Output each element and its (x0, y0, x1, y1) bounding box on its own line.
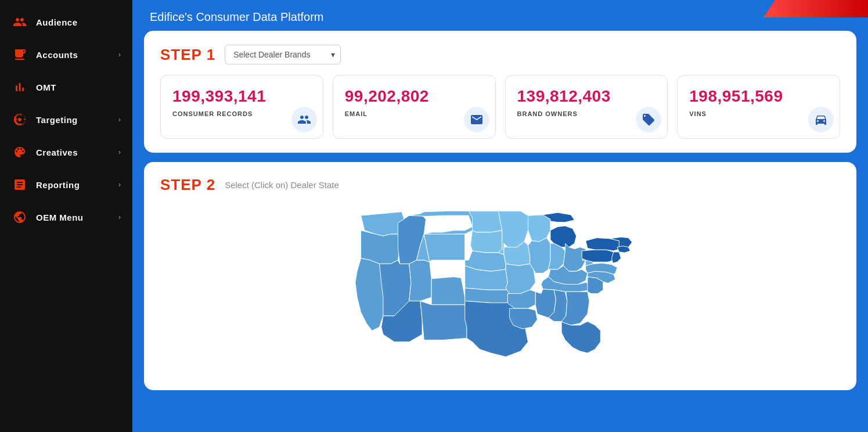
sidebar-item-audience[interactable]: Audience (0, 6, 132, 38)
sidebar-item-creatives[interactable]: Creatives › (0, 136, 132, 168)
state-nd[interactable] (469, 211, 502, 232)
reporting-arrow-icon: › (118, 181, 121, 189)
page-title: Edifice's Consumer Data Platform (150, 10, 323, 24)
state-wy[interactable] (424, 234, 464, 262)
brand-owners-icon (636, 107, 661, 132)
state-co[interactable] (431, 277, 465, 305)
top-decoration (763, 0, 868, 17)
state-mo[interactable] (506, 264, 535, 293)
brand-owners-card: 139,812,403 BRAND OWNERS (505, 75, 668, 139)
us-map-container[interactable] (160, 204, 840, 390)
step1-header: STEP 1 Select Dealer Brands ▾ (160, 45, 840, 64)
sidebar-item-targeting[interactable]: Targeting › (0, 103, 132, 136)
accounts-icon (12, 46, 28, 63)
vins-number: 198,951,569 (689, 87, 828, 106)
step2-label: STEP 2 (160, 176, 215, 194)
creatives-icon (12, 144, 28, 160)
oem-arrow-icon: › (118, 213, 121, 221)
state-wi[interactable] (528, 215, 550, 242)
creatives-arrow-icon: › (118, 148, 121, 156)
sidebar-item-omt-label: OMT (36, 82, 121, 92)
state-ut[interactable] (409, 260, 431, 301)
step2-card: STEP 2 Select (Click on) Dealer State (144, 162, 856, 390)
person-group-icon (12, 14, 28, 30)
email-icon (464, 107, 489, 132)
sidebar-item-accounts[interactable]: Accounts › (0, 38, 132, 71)
sidebar-item-accounts-label: Accounts (36, 50, 118, 60)
sidebar-item-audience-label: Audience (36, 17, 121, 27)
sidebar-item-reporting-label: Reporting (36, 180, 118, 190)
state-pa[interactable] (582, 250, 613, 262)
email-label: EMAIL (345, 110, 484, 117)
accounts-arrow-icon: › (118, 51, 121, 59)
oem-globe-icon (12, 209, 28, 225)
consumer-records-icon (291, 107, 317, 132)
step2-header: STEP 2 Select (Click on) Dealer State (160, 176, 840, 194)
state-or[interactable] (361, 231, 400, 264)
sidebar-item-targeting-label: Targeting (36, 115, 118, 125)
state-nj-area[interactable] (612, 252, 621, 263)
omt-icon (12, 79, 28, 95)
state-nm[interactable] (420, 301, 467, 340)
email-number: 99,202,802 (345, 87, 484, 106)
consumer-records-label: CONSUMER RECORDS (172, 110, 311, 117)
step2-subtitle: Select (Click on) Dealer State (225, 180, 339, 190)
state-sd[interactable] (470, 231, 502, 253)
sidebar-item-oem-menu[interactable]: OEM Menu › (0, 201, 132, 233)
email-card: 99,202,802 EMAIL (333, 75, 496, 139)
brand-owners-label: BRAND OWNERS (517, 110, 656, 117)
consumer-records-number: 199,393,141 (172, 87, 311, 106)
main-content: Edifice's Consumer Data Platform STEP 1 … (132, 0, 868, 432)
targeting-arrow-icon: › (118, 116, 121, 124)
us-map-svg[interactable] (160, 204, 840, 390)
consumer-records-card: 199,393,141 CONSUMER RECORDS (160, 75, 323, 139)
main-header: Edifice's Consumer Data Platform (132, 0, 868, 31)
brand-owners-number: 139,812,403 (517, 87, 656, 106)
step1-label: STEP 1 (160, 46, 215, 64)
vins-card: 198,951,569 VINS (677, 75, 840, 139)
dealer-brands-dropdown-wrapper[interactable]: Select Dealer Brands ▾ (225, 45, 341, 64)
state-fl[interactable] (561, 322, 600, 353)
sidebar-item-reporting[interactable]: Reporting › (0, 168, 132, 201)
sidebar-item-creatives-label: Creatives (36, 147, 118, 157)
sidebar-item-omt[interactable]: OMT (0, 71, 132, 103)
reporting-icon (12, 177, 28, 193)
sidebar-item-oem-label: OEM Menu (36, 213, 118, 222)
dealer-brands-dropdown[interactable]: Select Dealer Brands (225, 45, 341, 64)
stats-row: 199,393,141 CONSUMER RECORDS 99,202,802 … (160, 75, 840, 139)
vins-label: VINS (689, 110, 828, 117)
sidebar: Audience Accounts › OMT Targeting › (0, 0, 132, 432)
vins-icon (808, 107, 834, 132)
targeting-icon (12, 111, 28, 128)
step1-card: STEP 1 Select Dealer Brands ▾ 199,393,14… (144, 31, 856, 153)
